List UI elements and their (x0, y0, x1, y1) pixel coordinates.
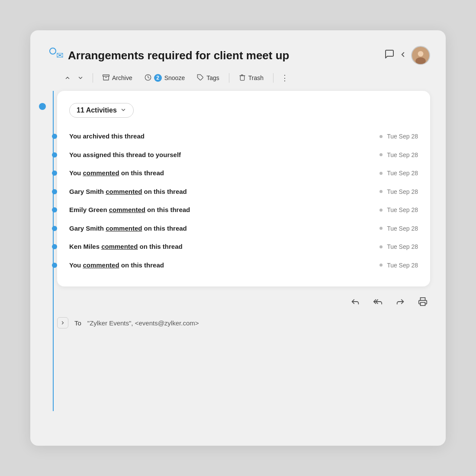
table-row: You commented on this thread Tue Sep 28 (69, 256, 418, 275)
activity-date: Tue Sep 28 (387, 206, 418, 213)
divider-2 (229, 73, 229, 83)
timeline-pin (49, 48, 56, 55)
activity-separator (380, 190, 383, 193)
header-actions (384, 46, 430, 65)
collapse-icon[interactable] (399, 51, 407, 61)
activity-separator (380, 135, 383, 138)
activity-date: Tue Sep 28 (387, 151, 418, 158)
activity-date: Tue Sep 28 (387, 262, 418, 269)
trash-icon (239, 74, 246, 82)
activity-link[interactable]: commented (83, 169, 119, 177)
divider-3 (273, 73, 273, 83)
reply-button[interactable] (348, 294, 363, 311)
table-row: You assigned this thread to yourself Tue… (69, 146, 418, 164)
activity-card: 11 Activities You archived this thread T… (57, 91, 430, 286)
trash-button[interactable]: Trash (234, 71, 269, 85)
archive-label: Archive (112, 74, 132, 81)
activity-text: You archived this thread (69, 132, 375, 142)
activity-text: You commented on this thread (69, 168, 375, 178)
activity-dot (52, 263, 57, 268)
archive-icon (103, 74, 109, 82)
snooze-button[interactable]: 2 Snooze (139, 71, 190, 85)
activities-dot (39, 103, 46, 110)
activity-text: Emily Green commented on this thread (69, 205, 375, 215)
avatar (411, 46, 430, 65)
activity-separator (380, 153, 383, 156)
tags-label: Tags (206, 74, 219, 81)
svg-point-2 (415, 58, 426, 64)
table-row: Emily Green commented on this thread Tue… (69, 201, 418, 219)
activity-dot (52, 170, 57, 176)
trash-label: Trash (248, 74, 264, 81)
reply-actions (30, 286, 446, 311)
activity-separator (380, 172, 383, 175)
archive-button[interactable]: Archive (97, 71, 138, 85)
timeline-line (53, 91, 54, 411)
nav-controls (61, 72, 87, 84)
activity-link[interactable]: commented (101, 243, 138, 250)
activity-date: Tue Sep 28 (387, 133, 418, 140)
email-icon: ✉ (56, 50, 64, 61)
activity-link[interactable]: commented (83, 261, 119, 269)
reply-all-button[interactable] (370, 294, 385, 311)
activity-dot (52, 226, 57, 231)
svg-rect-7 (421, 302, 425, 306)
activity-dot (52, 244, 57, 249)
table-row: Gary Smith commented on this thread Tue … (69, 219, 418, 238)
nav-up-button[interactable] (61, 72, 74, 84)
activities-badge-button[interactable]: 11 Activities (69, 103, 134, 118)
activity-dot (52, 207, 57, 212)
snooze-icon (145, 74, 151, 82)
badge-chevron-icon (120, 107, 126, 114)
more-button[interactable]: ⋮ (278, 71, 292, 85)
activity-separator (380, 245, 383, 248)
to-line: To "Zylker Events", <events@zylker.com> (30, 311, 446, 328)
activity-separator (380, 209, 383, 212)
snooze-label: Snooze (164, 74, 185, 81)
activity-date: Tue Sep 28 (387, 170, 418, 177)
tags-button[interactable]: Tags (192, 71, 225, 85)
activity-date: Tue Sep 28 (387, 188, 418, 195)
table-row: Ken Miles commented on this thread Tue S… (69, 238, 418, 256)
activity-dot (52, 134, 57, 139)
email-title: Arrangements required for client meet up (68, 49, 384, 62)
snooze-badge: 2 (154, 74, 162, 82)
email-panel: ✉ Arrangements required for client meet … (30, 30, 446, 446)
activity-separator (380, 227, 383, 230)
activity-text: Ken Miles commented on this thread (69, 242, 375, 252)
print-button[interactable] (415, 294, 430, 311)
table-row: You archived this thread Tue Sep 28 (69, 127, 418, 146)
activity-link[interactable]: commented (109, 206, 145, 213)
activity-separator (380, 264, 383, 267)
svg-point-1 (418, 51, 424, 57)
activities-header: 11 Activities (69, 103, 418, 118)
activity-text: You assigned this thread to yourself (69, 150, 375, 160)
activity-date: Tue Sep 28 (387, 243, 418, 250)
activity-text: Gary Smith commented on this thread (69, 187, 375, 197)
activity-dot (52, 189, 57, 194)
divider-1 (93, 73, 93, 83)
table-row: Gary Smith commented on this thread Tue … (69, 183, 418, 201)
nav-down-button[interactable] (74, 72, 87, 84)
activity-list: You archived this thread Tue Sep 28 You … (69, 127, 418, 274)
activity-date: Tue Sep 28 (387, 225, 418, 232)
activity-dot (52, 152, 57, 158)
activity-link[interactable]: commented (106, 188, 142, 195)
activity-text: Gary Smith commented on this thread (69, 224, 375, 234)
forward-button[interactable] (393, 294, 408, 311)
to-expand-button[interactable] (57, 317, 68, 328)
activities-badge-label: 11 Activities (77, 106, 117, 114)
tags-icon (197, 74, 204, 82)
svg-rect-3 (103, 75, 109, 76)
chat-icon[interactable] (384, 49, 395, 62)
table-row: You commented on this thread Tue Sep 28 (69, 164, 418, 183)
email-header: ✉ Arrangements required for client meet … (30, 30, 446, 65)
activity-link[interactable]: commented (106, 225, 142, 232)
activity-text: You commented on this thread (69, 261, 375, 270)
toolbar: Archive 2 Snooze Tags (30, 65, 446, 91)
to-recipient: "Zylker Events", <events@zylker.com> (87, 319, 199, 327)
to-label: To (74, 319, 81, 327)
